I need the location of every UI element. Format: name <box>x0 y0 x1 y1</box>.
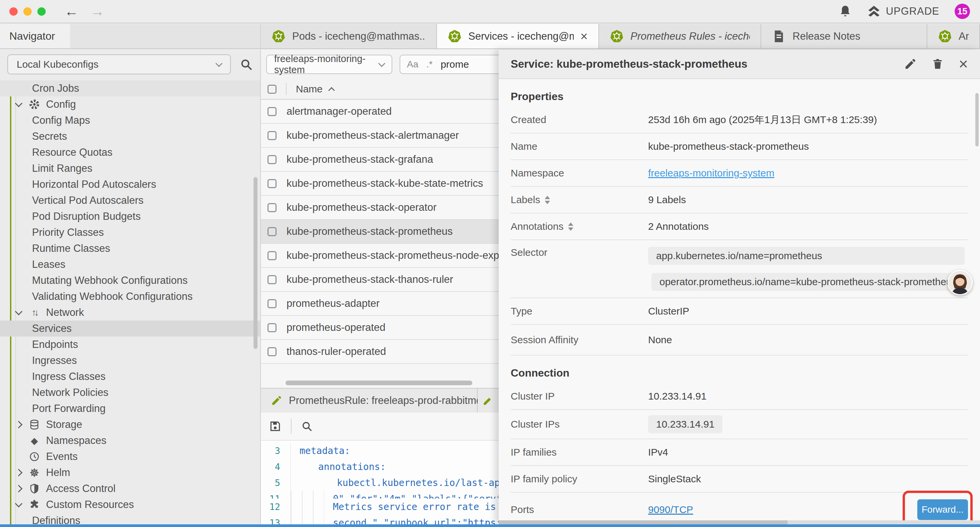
sidebar-item-definitions[interactable]: Definitions <box>0 513 260 524</box>
delete-trash-icon[interactable] <box>931 58 944 70</box>
forward-arrow-icon[interactable]: → <box>91 3 104 19</box>
forward-port-button[interactable]: Forward... <box>917 499 968 520</box>
row-checkbox[interactable] <box>267 275 277 284</box>
sidebar-item-secrets[interactable]: Secrets <box>0 128 260 145</box>
regex-toggle[interactable]: .* <box>426 59 433 70</box>
table-row[interactable]: kube-prometheus-stack-prometheus-node-ex… <box>261 244 499 268</box>
detail-row-labels: Labels 9 Labels <box>511 187 968 213</box>
sidebar-item-pod-disruption-budgets[interactable]: Pod Disruption Budgets <box>0 209 260 224</box>
table-row[interactable]: kube-prometheus-stack-operator <box>261 196 499 220</box>
tab-pods[interactable]: Pods - icecheng@mathmas... <box>261 24 437 48</box>
sidebar-item-leases[interactable]: Leases <box>0 256 260 272</box>
user-avatar[interactable] <box>947 270 973 295</box>
namespace-link[interactable]: freeleaps-monitoring-system <box>648 167 774 179</box>
upgrade-button[interactable]: UPGRADE <box>867 5 939 18</box>
close-window-button[interactable] <box>10 7 18 16</box>
editor-search-icon[interactable] <box>301 420 313 432</box>
edit-pencil-icon[interactable] <box>904 58 916 70</box>
table-row[interactable]: prometheus-adapter <box>261 292 499 316</box>
row-checkbox[interactable] <box>267 203 277 212</box>
sidebar-item-network-policies[interactable]: Network Policies <box>0 385 260 401</box>
tab-argo[interactable]: Argo Se <box>927 24 980 48</box>
port-link[interactable]: 9090/TCP <box>648 504 693 515</box>
sidebar-group-access-control[interactable]: Access Control <box>0 481 260 497</box>
sidebar-item-vertical-pod-autoscalers[interactable]: Vertical Pod Autoscalers <box>0 193 260 209</box>
sidebar-item-ingresses[interactable]: Ingresses <box>0 353 260 369</box>
name-column-header[interactable]: Name <box>296 83 323 95</box>
sidebar-item-namespaces[interactable]: ◆ Namespaces <box>0 433 260 449</box>
upgrade-chevrons-icon <box>867 5 881 18</box>
detail-row-ip-families: IP families IPv4 <box>511 439 968 466</box>
sidebar-item-mutating-webhook-configurations[interactable]: Mutating Webhook Configurations <box>0 272 260 288</box>
close-drawer-icon[interactable]: × <box>959 56 968 72</box>
sidebar-group-helm[interactable]: Helm <box>0 465 260 481</box>
sidebar-item-validating-webhook-configurations[interactable]: Validating Webhook Configurations <box>0 288 260 304</box>
sidebar-group-storage[interactable]: Storage <box>0 417 260 433</box>
table-row[interactable]: thanos-ruler-operated <box>261 340 499 364</box>
row-checkbox[interactable] <box>267 155 277 164</box>
sidebar-item-services[interactable]: Services <box>0 320 260 336</box>
expand-collapse-icon[interactable] <box>545 196 550 204</box>
tab-services[interactable]: Services - icecheng@math... × <box>437 24 599 48</box>
detail-horizontal-scrollbar[interactable] <box>499 520 788 524</box>
table-row[interactable]: alertmanager-operated <box>261 100 499 124</box>
table-row[interactable]: kube-prometheus-stack-kube-state-metrics <box>261 172 499 196</box>
sidebar-item-limit-ranges[interactable]: Limit Ranges <box>0 161 260 177</box>
yaml-editor[interactable]: 3 metadata: 4 annotations: 5 kubectl.kub… <box>261 441 499 524</box>
properties-section-title: Properties <box>511 91 968 103</box>
dock-tab-partial[interactable] <box>478 388 499 412</box>
table-search-box[interactable]: Aa .* <box>399 55 499 74</box>
dock-tab-prometheusrule[interactable]: PrometheusRule: freeleaps-prod-rabbitmq <box>261 388 478 412</box>
sidebar-item-endpoints[interactable]: Endpoints <box>0 336 260 353</box>
sidebar-item-ingress-classes[interactable]: Ingress Classes <box>0 369 260 385</box>
select-all-checkbox[interactable] <box>267 85 277 94</box>
table-row[interactable]: kube-prometheus-stack-thanos-ruler <box>261 268 499 292</box>
row-checkbox[interactable] <box>267 251 277 260</box>
expand-collapse-icon[interactable] <box>568 223 573 231</box>
table-row-selected[interactable]: kube-prometheus-stack-prometheus <box>261 220 499 244</box>
notifications-bell-icon[interactable] <box>838 5 852 18</box>
table-row[interactable]: kube-prometheus-stack-grafana <box>261 148 499 172</box>
tab-release-notes[interactable]: Release Notes <box>761 24 927 48</box>
match-case-toggle[interactable]: Aa <box>407 59 418 70</box>
sidebar-item-port-forwarding[interactable]: Port Forwarding <box>0 401 260 417</box>
row-checkbox[interactable] <box>267 107 277 116</box>
save-icon[interactable] <box>269 420 282 433</box>
sidebar-item-config-maps[interactable]: Config Maps <box>0 112 260 128</box>
row-checkbox[interactable] <box>267 347 277 356</box>
sidebar-group-config[interactable]: Config <box>0 96 260 112</box>
table-row[interactable]: prometheus-operated <box>261 316 499 340</box>
row-checkbox[interactable] <box>267 131 277 140</box>
kubeconfig-select[interactable]: Local Kubeconfigs <box>7 54 231 74</box>
editor-line: 5 kubectl.kubernetes.io/last-applied-co <box>261 474 499 490</box>
minimize-window-button[interactable] <box>23 7 32 16</box>
sidebar-item-priority-classes[interactable]: Priority Classes <box>0 224 260 240</box>
table-row[interactable]: kube-prometheus-stack-alertmanager <box>261 124 499 148</box>
horizontal-scrollbar[interactable] <box>286 381 473 385</box>
namespace-select[interactable]: freeleaps-monitoring-system <box>266 55 392 74</box>
sidebar-item-horizontal-pod-autoscalers[interactable]: Horizontal Pod Autoscalers <box>0 177 260 193</box>
back-arrow-icon[interactable]: ← <box>64 3 78 19</box>
close-tab-icon[interactable]: × <box>581 30 588 43</box>
search-input[interactable] <box>441 59 499 70</box>
sidebar-scrollbar[interactable] <box>253 177 258 349</box>
runbook-url-link[interactable]: https://net <box>468 517 499 525</box>
tab-prometheus-rules[interactable]: Prometheus Rules - icecheng... <box>599 24 761 48</box>
row-checkbox[interactable] <box>267 179 277 188</box>
notification-count-badge[interactable]: 15 <box>955 4 970 19</box>
detail-vertical-scrollbar[interactable] <box>975 93 978 146</box>
detail-row-cluster-ip: Cluster IP 10.233.14.91 <box>511 383 968 410</box>
sidebar-group-custom-resources[interactable]: Custom Resources <box>0 497 260 513</box>
kubernetes-icon <box>938 29 952 43</box>
editor-line: 3 metadata: <box>261 443 499 459</box>
sidebar-item-cron-jobs[interactable]: Cron Jobs <box>0 80 260 96</box>
search-icon[interactable] <box>240 58 253 71</box>
sidebar-item-events[interactable]: Events <box>0 449 260 465</box>
sidebar-item-resource-quotas[interactable]: Resource Quotas <box>0 145 260 161</box>
row-checkbox[interactable] <box>267 227 277 236</box>
row-checkbox[interactable] <box>267 323 277 332</box>
maximize-window-button[interactable] <box>37 7 46 16</box>
row-checkbox[interactable] <box>267 299 277 308</box>
sidebar-item-runtime-classes[interactable]: Runtime Classes <box>0 240 260 256</box>
sidebar-group-network[interactable]: ↑↓ Network <box>0 304 260 320</box>
